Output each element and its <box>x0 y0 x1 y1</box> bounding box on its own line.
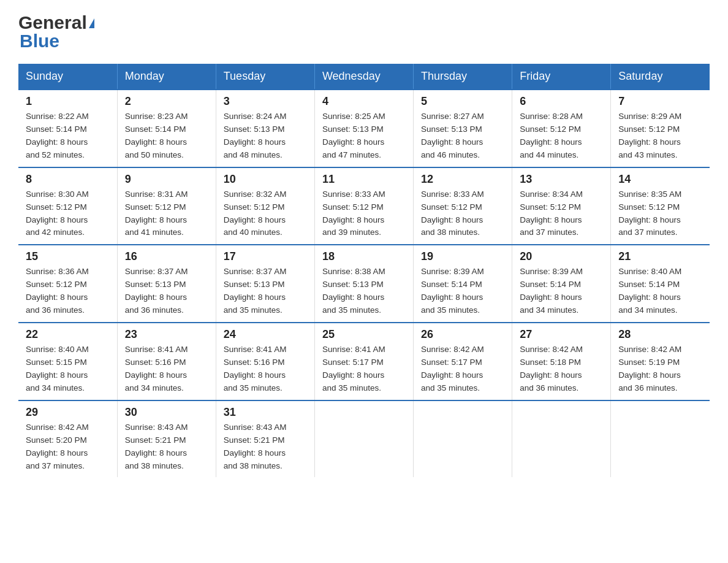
day-number: 17 <box>224 250 307 263</box>
day-info: Sunrise: 8:41 AMSunset: 5:16 PMDaylight:… <box>224 343 307 395</box>
day-info: Sunrise: 8:41 AMSunset: 5:16 PMDaylight:… <box>125 343 208 395</box>
day-info: Sunrise: 8:24 AMSunset: 5:13 PMDaylight:… <box>224 110 307 162</box>
calendar-cell: 15Sunrise: 8:36 AMSunset: 5:12 PMDayligh… <box>18 245 117 323</box>
calendar-cell: 14Sunrise: 8:35 AMSunset: 5:12 PMDayligh… <box>611 167 710 245</box>
day-number: 6 <box>520 95 603 108</box>
calendar-cell: 5Sunrise: 8:27 AMSunset: 5:13 PMDaylight… <box>414 90 512 167</box>
calendar-cell: 20Sunrise: 8:39 AMSunset: 5:14 PMDayligh… <box>512 245 611 323</box>
day-number: 21 <box>618 250 702 263</box>
day-number: 25 <box>322 328 406 341</box>
calendar-cell <box>611 400 710 478</box>
calendar-cell: 17Sunrise: 8:37 AMSunset: 5:13 PMDayligh… <box>216 245 314 323</box>
calendar-cell: 3Sunrise: 8:24 AMSunset: 5:13 PMDaylight… <box>216 90 314 167</box>
calendar-cell: 16Sunrise: 8:37 AMSunset: 5:13 PMDayligh… <box>117 245 216 323</box>
calendar-cell: 1Sunrise: 8:22 AMSunset: 5:14 PMDaylight… <box>18 90 117 167</box>
logo: General Blue <box>18 12 94 52</box>
day-number: 10 <box>224 173 307 186</box>
day-info: Sunrise: 8:42 AMSunset: 5:17 PMDaylight:… <box>421 343 504 395</box>
day-info: Sunrise: 8:31 AMSunset: 5:12 PMDaylight:… <box>125 188 208 240</box>
day-info: Sunrise: 8:38 AMSunset: 5:13 PMDaylight:… <box>322 266 406 317</box>
calendar-cell: 28Sunrise: 8:42 AMSunset: 5:19 PMDayligh… <box>611 323 710 400</box>
day-number: 29 <box>26 406 110 419</box>
day-number: 27 <box>520 328 603 341</box>
day-number: 8 <box>26 173 110 186</box>
day-info: Sunrise: 8:25 AMSunset: 5:13 PMDaylight:… <box>322 110 406 162</box>
day-number: 22 <box>26 328 110 341</box>
day-info: Sunrise: 8:35 AMSunset: 5:12 PMDaylight:… <box>618 188 702 240</box>
calendar-cell: 6Sunrise: 8:28 AMSunset: 5:12 PMDaylight… <box>512 90 611 167</box>
day-info: Sunrise: 8:22 AMSunset: 5:14 PMDaylight:… <box>26 110 110 162</box>
day-number: 23 <box>125 328 208 341</box>
calendar-cell: 30Sunrise: 8:43 AMSunset: 5:21 PMDayligh… <box>117 400 216 478</box>
calendar-table: SundayMondayTuesdayWednesdayThursdayFrid… <box>18 64 710 477</box>
day-number: 3 <box>224 95 307 108</box>
week-row-5: 29Sunrise: 8:42 AMSunset: 5:20 PMDayligh… <box>18 400 710 478</box>
column-header-thursday: Thursday <box>414 64 512 90</box>
day-number: 20 <box>520 250 603 263</box>
day-number: 12 <box>421 173 504 186</box>
day-number: 31 <box>224 406 307 419</box>
calendar-cell: 27Sunrise: 8:42 AMSunset: 5:18 PMDayligh… <box>512 323 611 400</box>
calendar-cell: 24Sunrise: 8:41 AMSunset: 5:16 PMDayligh… <box>216 323 314 400</box>
calendar-cell: 19Sunrise: 8:39 AMSunset: 5:14 PMDayligh… <box>414 245 512 323</box>
column-header-monday: Monday <box>117 64 216 90</box>
day-number: 16 <box>125 250 208 263</box>
calendar-cell: 13Sunrise: 8:34 AMSunset: 5:12 PMDayligh… <box>512 167 611 245</box>
day-info: Sunrise: 8:33 AMSunset: 5:12 PMDaylight:… <box>322 188 406 240</box>
day-number: 11 <box>322 173 406 186</box>
day-info: Sunrise: 8:42 AMSunset: 5:19 PMDaylight:… <box>618 343 702 395</box>
day-info: Sunrise: 8:42 AMSunset: 5:18 PMDaylight:… <box>520 343 603 395</box>
day-info: Sunrise: 8:34 AMSunset: 5:12 PMDaylight:… <box>520 188 603 240</box>
day-number: 5 <box>421 95 504 108</box>
day-info: Sunrise: 8:27 AMSunset: 5:13 PMDaylight:… <box>421 110 504 162</box>
day-info: Sunrise: 8:37 AMSunset: 5:13 PMDaylight:… <box>125 266 208 317</box>
calendar-cell: 18Sunrise: 8:38 AMSunset: 5:13 PMDayligh… <box>314 245 413 323</box>
calendar-cell <box>414 400 512 478</box>
column-header-saturday: Saturday <box>611 64 710 90</box>
day-info: Sunrise: 8:41 AMSunset: 5:17 PMDaylight:… <box>322 343 406 395</box>
day-number: 7 <box>618 95 702 108</box>
day-info: Sunrise: 8:40 AMSunset: 5:14 PMDaylight:… <box>618 266 702 317</box>
calendar-cell: 23Sunrise: 8:41 AMSunset: 5:16 PMDayligh… <box>117 323 216 400</box>
column-header-friday: Friday <box>512 64 611 90</box>
day-info: Sunrise: 8:39 AMSunset: 5:14 PMDaylight:… <box>421 266 504 317</box>
day-number: 24 <box>224 328 307 341</box>
column-header-tuesday: Tuesday <box>216 64 314 90</box>
calendar-cell: 7Sunrise: 8:29 AMSunset: 5:12 PMDaylight… <box>611 90 710 167</box>
day-info: Sunrise: 8:39 AMSunset: 5:14 PMDaylight:… <box>520 266 603 317</box>
calendar-cell: 25Sunrise: 8:41 AMSunset: 5:17 PMDayligh… <box>314 323 413 400</box>
day-info: Sunrise: 8:32 AMSunset: 5:12 PMDaylight:… <box>224 188 307 240</box>
day-info: Sunrise: 8:29 AMSunset: 5:12 PMDaylight:… <box>618 110 702 162</box>
day-number: 15 <box>26 250 110 263</box>
calendar-cell: 31Sunrise: 8:43 AMSunset: 5:21 PMDayligh… <box>216 400 314 478</box>
day-number: 19 <box>421 250 504 263</box>
day-info: Sunrise: 8:36 AMSunset: 5:12 PMDaylight:… <box>26 266 110 317</box>
day-number: 1 <box>26 95 110 108</box>
day-number: 4 <box>322 95 406 108</box>
week-row-3: 15Sunrise: 8:36 AMSunset: 5:12 PMDayligh… <box>18 245 710 323</box>
day-info: Sunrise: 8:33 AMSunset: 5:12 PMDaylight:… <box>421 188 504 240</box>
day-info: Sunrise: 8:40 AMSunset: 5:15 PMDaylight:… <box>26 343 110 395</box>
day-number: 30 <box>125 406 208 419</box>
calendar-cell: 10Sunrise: 8:32 AMSunset: 5:12 PMDayligh… <box>216 167 314 245</box>
calendar-cell: 11Sunrise: 8:33 AMSunset: 5:12 PMDayligh… <box>314 167 413 245</box>
day-number: 18 <box>322 250 406 263</box>
calendar-cell: 22Sunrise: 8:40 AMSunset: 5:15 PMDayligh… <box>18 323 117 400</box>
day-number: 28 <box>618 328 702 341</box>
day-number: 26 <box>421 328 504 341</box>
calendar-cell: 21Sunrise: 8:40 AMSunset: 5:14 PMDayligh… <box>611 245 710 323</box>
day-info: Sunrise: 8:37 AMSunset: 5:13 PMDaylight:… <box>224 266 307 317</box>
day-number: 13 <box>520 173 603 186</box>
calendar-cell <box>314 400 413 478</box>
logo-general-text: General <box>18 12 87 33</box>
day-info: Sunrise: 8:28 AMSunset: 5:12 PMDaylight:… <box>520 110 603 162</box>
calendar-cell <box>512 400 611 478</box>
week-row-2: 8Sunrise: 8:30 AMSunset: 5:12 PMDaylight… <box>18 167 710 245</box>
calendar-header-row: SundayMondayTuesdayWednesdayThursdayFrid… <box>18 64 710 90</box>
header: General Blue <box>18 12 710 52</box>
day-number: 2 <box>125 95 208 108</box>
calendar-cell: 8Sunrise: 8:30 AMSunset: 5:12 PMDaylight… <box>18 167 117 245</box>
week-row-1: 1Sunrise: 8:22 AMSunset: 5:14 PMDaylight… <box>18 90 710 167</box>
day-info: Sunrise: 8:43 AMSunset: 5:21 PMDaylight:… <box>125 421 208 473</box>
calendar-cell: 12Sunrise: 8:33 AMSunset: 5:12 PMDayligh… <box>414 167 512 245</box>
